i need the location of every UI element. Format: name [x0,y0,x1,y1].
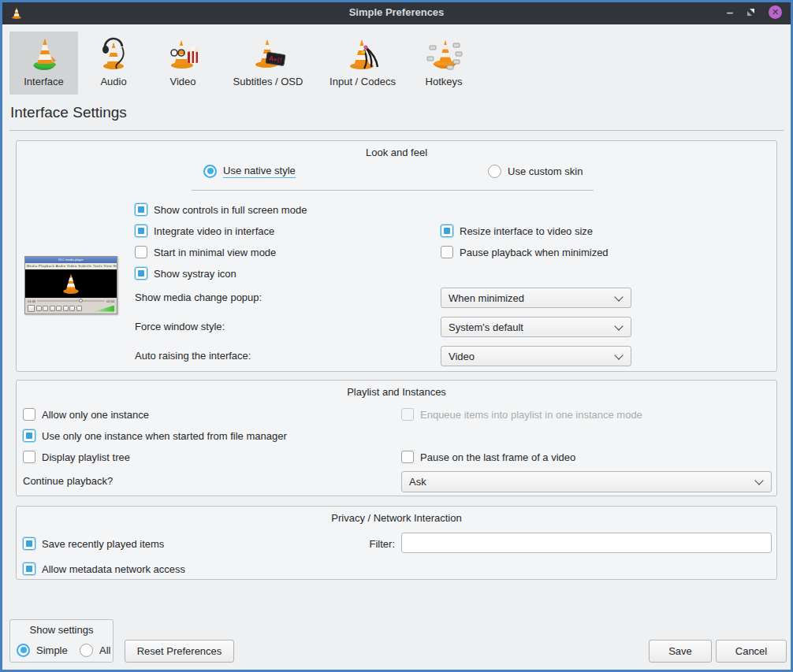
radio-use-native-style[interactable]: Use native style [203,164,296,178]
video-cone-icon [164,35,202,73]
tab-label: Video [169,76,195,87]
checkbox-indicator[interactable] [135,203,147,216]
tab-label: Input / Codecs [329,76,396,87]
dropdown-value: Ask [409,476,426,488]
audio-cone-icon [95,35,132,73]
checkbox-indicator[interactable] [23,562,35,575]
page-title: Interface Settings [10,104,127,121]
checkbox-indicator[interactable] [23,429,35,442]
dropdown-continue-playback[interactable]: Ask [401,471,772,492]
checkbox-resize-interface[interactable]: Resize interface to video size [441,224,593,238]
tab-input-codecs[interactable]: Input / Codecs [318,32,408,95]
label-media-change-popup: Show media change popup: [135,291,262,303]
checkbox-pause-when-minimized[interactable]: Pause playback when minimized [441,245,609,259]
heading-divider [9,130,784,131]
checkbox-indicator[interactable] [135,267,147,280]
radio-label: Use native style [223,165,296,178]
checkbox-indicator [401,408,414,421]
tab-label: Subtitles / OSD [233,76,303,87]
radio-show-settings-simple[interactable]: Simple [17,643,68,657]
save-button[interactable]: Save [649,640,712,663]
radio-indicator[interactable] [80,644,93,657]
checkbox-indicator[interactable] [23,451,35,463]
radio-use-custom-skin[interactable]: Use custom skin [488,164,583,178]
cancel-button[interactable]: Cancel [716,640,787,663]
title-bar[interactable]: Simple Preferences – ✕ [0,0,793,24]
tab-subtitles-osd[interactable]: A»(! Subtitles / OSD [218,32,318,95]
tab-interface[interactable]: Interface [9,32,78,95]
chevron-down-icon [614,292,623,301]
group-title: Show settings [10,624,113,636]
checkbox-indicator[interactable] [135,246,147,258]
style-divider [192,190,594,191]
chevron-down-icon [614,321,623,330]
checkbox-enqueue-items-disabled: Enqueue items into playlist in one insta… [401,407,642,421]
group-playlist-instances: Playlist and Instances Allow only one in… [16,380,777,496]
radio-label: Use custom skin [508,165,583,177]
checkbox-indicator[interactable] [401,451,414,463]
group-privacy-network: Privacy / Network Interaction Save recen… [16,506,777,580]
tab-video[interactable]: Video [155,32,210,95]
preview-controls [25,304,117,313]
radio-show-settings-all[interactable]: All [80,643,110,657]
checkbox-one-instance-file-manager[interactable]: Use only one instance when started from … [23,429,287,443]
radio-label: Simple [36,644,68,656]
group-show-settings: Show settings Simple All [9,619,114,663]
checkbox-integrate-video[interactable]: Integrate video in interface [135,224,274,238]
checkbox-allow-metadata-network[interactable]: Allow metadata network access [23,562,185,576]
preview-time-total: 02:04 [106,299,114,303]
chevron-down-icon [754,476,763,485]
checkbox-indicator[interactable] [441,225,453,237]
reset-preferences-button[interactable]: Reset Preferences [125,640,234,663]
chevron-down-icon [614,351,623,359]
checkbox-indicator[interactable] [23,537,35,550]
radio-indicator[interactable] [488,165,501,178]
dropdown-value: When minimized [449,292,524,304]
label-continue-playback: Continue playback? [23,475,113,487]
preview-volume [94,306,114,312]
checkbox-pause-last-frame[interactable]: Pause on the last frame of a video [401,450,575,464]
group-title: Playlist and Instances [17,386,776,398]
vlc-preview-thumbnail: VLC media player Media Playback Audio Vi… [24,256,117,314]
radio-indicator[interactable] [17,644,30,657]
checkbox-start-minimal-view[interactable]: Start in minimal view mode [135,245,276,259]
preview-video-area [25,269,117,298]
group-title: Privacy / Network Interaction [17,512,776,524]
dropdown-value: System's default [449,321,523,333]
checkbox-save-recently-played[interactable]: Save recently played items [23,536,164,551]
subtitles-cone-icon: A»(! [249,35,287,73]
hotkeys-cone-icon [425,35,463,73]
minimize-button[interactable]: – [727,6,733,18]
filter-input[interactable] [401,533,772,553]
checkbox-show-systray-icon[interactable]: Show systray icon [135,266,236,280]
preview-menubar: Media Playback Audio Video Subtitle Tool… [25,263,117,269]
tab-hotkeys[interactable]: Hotkeys [415,32,472,95]
preview-titlebar: VLC media player [25,257,117,263]
checkbox-indicator[interactable] [135,225,147,237]
checkbox-indicator[interactable] [23,408,35,421]
label-force-window-style: Force window style: [135,321,225,332]
dropdown-force-window-style[interactable]: System's default [441,317,631,337]
dropdown-value: Video [449,351,475,362]
dropdown-auto-raising[interactable]: Video [441,346,631,366]
input-codecs-cone-icon [344,35,382,73]
label-filter: Filter: [316,538,395,550]
checkbox-show-controls-fullscreen[interactable]: Show controls in full screen mode [135,202,307,217]
radio-indicator[interactable] [203,165,217,178]
window-title: Simple Preferences [0,6,793,18]
dropdown-media-change-popup[interactable]: When minimized [441,288,631,308]
close-button[interactable]: ✕ [769,6,782,19]
radio-label: All [99,644,110,656]
preview-seekbar: 01:46 02:04 [25,298,117,304]
label-auto-raising: Auto raising the interface: [135,350,251,362]
tab-label: Interface [24,76,64,87]
tab-label: Audio [100,76,126,87]
checkbox-indicator[interactable] [441,246,453,258]
interface-cone-icon [25,35,63,73]
checkbox-allow-one-instance[interactable]: Allow only one instance [23,407,149,421]
checkbox-display-playlist-tree[interactable]: Display playlist tree [23,450,130,464]
tab-label: Hotkeys [426,76,463,87]
group-title: Look and feel [17,147,776,158]
restore-button[interactable] [746,7,756,17]
tab-audio[interactable]: Audio [86,32,141,95]
